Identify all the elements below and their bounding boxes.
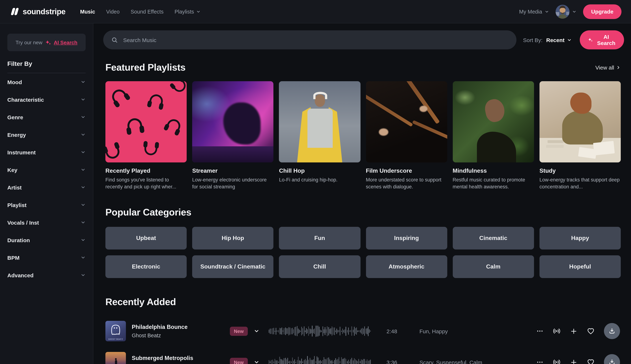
- playlist-card-desc: Low-energy tracks that support deep conc…: [539, 177, 621, 190]
- search-box: [103, 30, 516, 50]
- chevron-down-icon: [81, 132, 86, 137]
- download-button[interactable]: [604, 323, 620, 339]
- sparkle-icon: [45, 39, 51, 46]
- track-row-submerged-metropolis: Submerged Metropolis Lost Ghosts New 3:3…: [105, 347, 621, 364]
- track-album-art[interactable]: [105, 352, 126, 364]
- soundstripe-logo[interactable]: soundstripe: [10, 6, 66, 16]
- track-artist[interactable]: Ghost Beatz: [132, 333, 230, 338]
- chevron-down-icon: [81, 202, 86, 208]
- filter-label: Key: [7, 167, 18, 173]
- category-button-upbeat[interactable]: Upbeat: [105, 227, 187, 250]
- filter-item-playlist[interactable]: Playlist: [7, 196, 86, 214]
- nav-item-playlists[interactable]: Playlists: [175, 8, 201, 14]
- my-media-menu[interactable]: My Media: [519, 8, 549, 14]
- chevron-down-icon: [81, 80, 86, 84]
- playlist-card-chill-hop[interactable]: Chill Hop Lo-Fi and cruising hip-hop.: [279, 81, 360, 190]
- favorite-button[interactable]: [587, 358, 595, 364]
- sort-by: Sort By: Recent: [523, 37, 572, 43]
- filter-item-instrument[interactable]: Instrument: [7, 144, 86, 161]
- filter-sidebar: Try our new AI Search Filter By Mood Cha…: [0, 24, 93, 364]
- filter-label: Duration: [7, 237, 30, 243]
- playlist-card-study[interactable]: Study Low-energy tracks that support dee…: [539, 81, 621, 190]
- upgrade-button[interactable]: Upgrade: [583, 4, 621, 19]
- filter-item-mood[interactable]: Mood: [7, 73, 86, 91]
- playlist-card-image: [366, 81, 447, 162]
- chevron-down-icon: [81, 150, 86, 155]
- category-button-hip-hop[interactable]: Hip Hop: [192, 227, 273, 250]
- filter-item-bpm[interactable]: BPM: [7, 249, 86, 266]
- similar-songs-button[interactable]: [553, 358, 561, 364]
- chevron-down-icon: [81, 272, 86, 278]
- track-title[interactable]: Submerged Metropolis: [132, 355, 230, 362]
- search-input[interactable]: [123, 37, 508, 43]
- add-to-playlist-button[interactable]: [570, 328, 577, 335]
- more-options-button[interactable]: [536, 328, 543, 335]
- featured-cards: Recently Played Find songs you've listen…: [105, 81, 621, 190]
- versions-chevron-down-icon[interactable]: [253, 328, 259, 334]
- filter-item-duration[interactable]: Duration: [7, 231, 86, 249]
- recently-added-title: Recently Added: [105, 296, 621, 308]
- playlist-card-streamer[interactable]: Streamer Low-energy electronic underscor…: [192, 81, 273, 190]
- featured-playlists-section: Featured Playlists View all: [93, 62, 631, 190]
- chevron-down-icon: [81, 114, 86, 120]
- playlist-card-recently-played[interactable]: Recently Played Find songs you've listen…: [105, 81, 187, 190]
- category-button-inspiring[interactable]: Inspiring: [366, 227, 447, 250]
- ai-search-promo-link[interactable]: AI Search: [54, 40, 78, 45]
- filter-item-characteristic[interactable]: Characteristic: [7, 91, 86, 108]
- category-button-chill[interactable]: Chill: [279, 255, 360, 278]
- playlist-card-image: [279, 81, 360, 162]
- versions-chevron-down-icon[interactable]: [253, 360, 259, 364]
- recently-added-section: Recently Added GHOST BEATZ Philadelphia …: [93, 296, 631, 364]
- playlist-card-desc: More understated score to support scenes…: [366, 177, 447, 190]
- nav-item-video[interactable]: Video: [106, 8, 120, 14]
- track-title[interactable]: Philadelphia Bounce: [132, 324, 230, 330]
- filter-item-advanced[interactable]: Advanced: [7, 266, 86, 284]
- filter-item-key[interactable]: Key: [7, 161, 86, 178]
- track-row-philadelphia-bounce: GHOST BEATZ Philadelphia Bounce Ghost Be…: [105, 316, 621, 347]
- category-button-soundtrack-cinematic[interactable]: Soundtrack / Cinematic: [192, 255, 273, 278]
- category-grid: Upbeat Hip Hop Fun Inspiring Cinematic H…: [105, 227, 621, 278]
- radio-waves-icon: [553, 358, 561, 364]
- nav-item-sound-effects[interactable]: Sound Effects: [131, 8, 164, 14]
- view-all-link[interactable]: View all: [595, 64, 621, 70]
- add-to-playlist-button[interactable]: [570, 358, 577, 364]
- playlist-card-image: [105, 81, 187, 162]
- filter-label: Mood: [7, 79, 22, 85]
- waveform[interactable]: [269, 356, 371, 364]
- playlist-card-film-underscore[interactable]: Film Underscore More understated score t…: [366, 81, 447, 190]
- filter-item-energy[interactable]: Energy: [7, 126, 86, 144]
- similar-songs-button[interactable]: [553, 327, 561, 335]
- playlist-card-mindfulness[interactable]: Mindfulness Restful music curated to pro…: [453, 81, 534, 190]
- playlist-card-title: Chill Hop: [279, 168, 360, 174]
- chevron-down-icon: [81, 238, 86, 242]
- playlist-card-desc: Low-energy electronic underscore for soc…: [192, 177, 273, 190]
- chevron-right-icon: [616, 65, 621, 70]
- favorite-button[interactable]: [587, 327, 595, 335]
- waveform[interactable]: [269, 324, 371, 338]
- soundstripe-logo-icon: [10, 6, 20, 16]
- category-button-atmospheric[interactable]: Atmospheric: [366, 255, 447, 278]
- nav-item-music[interactable]: Music: [80, 8, 95, 14]
- category-button-fun[interactable]: Fun: [279, 227, 360, 250]
- category-button-cinematic[interactable]: Cinematic: [453, 227, 534, 250]
- account-menu[interactable]: [556, 4, 576, 18]
- sort-by-select[interactable]: Recent: [546, 37, 572, 43]
- filter-item-artist[interactable]: Artist: [7, 178, 86, 196]
- download-icon: [608, 359, 616, 364]
- filter-item-genre[interactable]: Genre: [7, 108, 86, 126]
- playlist-card-desc: Find songs you've listened to recently a…: [105, 177, 187, 190]
- ellipsis-icon: [536, 359, 543, 364]
- category-button-electronic[interactable]: Electronic: [105, 255, 187, 278]
- track-duration: 2:48: [386, 328, 419, 334]
- category-button-calm[interactable]: Calm: [453, 255, 534, 278]
- ai-search-button[interactable]: AI Search: [580, 30, 624, 50]
- download-button[interactable]: [604, 354, 620, 364]
- category-button-happy[interactable]: Happy: [539, 227, 621, 250]
- track-album-art[interactable]: GHOST BEATZ: [105, 321, 126, 342]
- chevron-down-icon: [572, 9, 576, 14]
- category-button-hopeful[interactable]: Hopeful: [539, 255, 621, 278]
- search-row: Sort By: Recent AI Search: [93, 24, 631, 50]
- filter-label: Artist: [7, 184, 22, 190]
- filter-item-vocals-inst[interactable]: Vocals / Inst: [7, 214, 86, 231]
- more-options-button[interactable]: [536, 359, 543, 364]
